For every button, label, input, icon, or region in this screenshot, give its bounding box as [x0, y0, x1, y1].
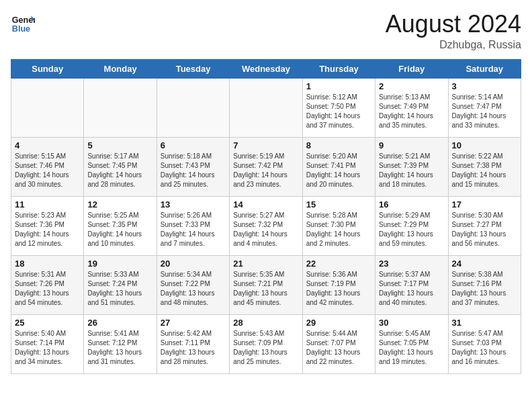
calendar-cell: 15Sunrise: 5:28 AM Sunset: 7:30 PM Dayli… [302, 196, 375, 255]
cell-info: Sunrise: 5:22 AM Sunset: 7:38 PM Dayligh… [452, 152, 517, 189]
calendar-cell: 13Sunrise: 5:26 AM Sunset: 7:33 PM Dayli… [157, 196, 229, 255]
day-number: 9 [379, 140, 444, 150]
calendar-cell: 2Sunrise: 5:13 AM Sunset: 7:49 PM Daylig… [375, 78, 448, 137]
cell-info: Sunrise: 5:20 AM Sunset: 7:41 PM Dayligh… [306, 152, 371, 189]
cell-info: Sunrise: 5:15 AM Sunset: 7:46 PM Dayligh… [15, 152, 80, 189]
day-number: 6 [161, 140, 226, 150]
cell-info: Sunrise: 5:42 AM Sunset: 7:11 PM Dayligh… [161, 329, 226, 367]
calendar-cell: 19Sunrise: 5:33 AM Sunset: 7:24 PM Dayli… [84, 255, 157, 314]
calendar-week-row-1: 1Sunrise: 5:12 AM Sunset: 7:50 PM Daylig… [11, 78, 521, 137]
cell-info: Sunrise: 5:18 AM Sunset: 7:43 PM Dayligh… [161, 152, 226, 189]
day-number: 13 [161, 199, 226, 210]
calendar-week-row-4: 18Sunrise: 5:31 AM Sunset: 7:26 PM Dayli… [11, 255, 521, 314]
calendar-cell: 17Sunrise: 5:30 AM Sunset: 7:27 PM Dayli… [448, 196, 521, 255]
calendar-table: SundayMondayTuesdayWednesdayThursdayFrid… [11, 59, 521, 374]
calendar-cell: 18Sunrise: 5:31 AM Sunset: 7:26 PM Dayli… [11, 255, 84, 314]
calendar-cell [230, 78, 302, 137]
calendar-cell: 7Sunrise: 5:19 AM Sunset: 7:42 PM Daylig… [230, 137, 302, 196]
cell-info: Sunrise: 5:38 AM Sunset: 7:16 PM Dayligh… [452, 270, 517, 308]
day-number: 27 [161, 318, 226, 328]
logo-icon: General Blue [11, 11, 35, 35]
calendar-title: August 2024 [386, 11, 521, 38]
day-number: 11 [15, 199, 80, 210]
calendar-cell: 4Sunrise: 5:15 AM Sunset: 7:46 PM Daylig… [11, 137, 84, 196]
weekday-header-row: SundayMondayTuesdayWednesdayThursdayFrid… [11, 59, 521, 78]
day-number: 29 [306, 318, 371, 328]
day-number: 31 [452, 318, 517, 328]
cell-info: Sunrise: 5:35 AM Sunset: 7:21 PM Dayligh… [233, 270, 298, 308]
day-number: 3 [452, 81, 517, 91]
cell-info: Sunrise: 5:13 AM Sunset: 7:49 PM Dayligh… [379, 93, 444, 130]
cell-info: Sunrise: 5:29 AM Sunset: 7:29 PM Dayligh… [379, 211, 444, 248]
calendar-cell: 31Sunrise: 5:47 AM Sunset: 7:03 PM Dayli… [448, 314, 521, 373]
day-number: 14 [233, 199, 298, 210]
calendar-cell: 26Sunrise: 5:41 AM Sunset: 7:12 PM Dayli… [84, 314, 157, 373]
calendar-cell: 28Sunrise: 5:43 AM Sunset: 7:09 PM Dayli… [230, 314, 302, 373]
calendar-cell: 11Sunrise: 5:23 AM Sunset: 7:36 PM Dayli… [11, 196, 84, 255]
calendar-week-row-5: 25Sunrise: 5:40 AM Sunset: 7:14 PM Dayli… [11, 314, 521, 373]
day-number: 10 [452, 140, 517, 150]
cell-info: Sunrise: 5:36 AM Sunset: 7:19 PM Dayligh… [306, 270, 371, 308]
day-number: 17 [452, 199, 517, 210]
day-number: 19 [87, 259, 152, 269]
day-number: 20 [161, 259, 226, 269]
page-header: General Blue August 2024 Dzhubga, Russia [11, 11, 521, 51]
day-number: 18 [15, 259, 80, 269]
cell-info: Sunrise: 5:23 AM Sunset: 7:36 PM Dayligh… [15, 211, 80, 248]
cell-info: Sunrise: 5:34 AM Sunset: 7:22 PM Dayligh… [161, 270, 226, 308]
calendar-cell: 5Sunrise: 5:17 AM Sunset: 7:45 PM Daylig… [84, 137, 157, 196]
weekday-header-thursday: Thursday [302, 59, 375, 78]
cell-info: Sunrise: 5:37 AM Sunset: 7:17 PM Dayligh… [379, 270, 444, 308]
svg-text:Blue: Blue [12, 24, 30, 34]
calendar-cell: 10Sunrise: 5:22 AM Sunset: 7:38 PM Dayli… [448, 137, 521, 196]
calendar-cell: 24Sunrise: 5:38 AM Sunset: 7:16 PM Dayli… [448, 255, 521, 314]
logo: General Blue [11, 11, 35, 35]
day-number: 5 [87, 140, 152, 150]
calendar-cell: 21Sunrise: 5:35 AM Sunset: 7:21 PM Dayli… [230, 255, 302, 314]
day-number: 26 [87, 318, 152, 328]
day-number: 23 [379, 259, 444, 269]
weekday-header-wednesday: Wednesday [230, 59, 302, 78]
cell-info: Sunrise: 5:19 AM Sunset: 7:42 PM Dayligh… [233, 152, 298, 189]
calendar-cell: 29Sunrise: 5:44 AM Sunset: 7:07 PM Dayli… [302, 314, 375, 373]
cell-info: Sunrise: 5:44 AM Sunset: 7:07 PM Dayligh… [306, 329, 371, 367]
day-number: 15 [306, 199, 371, 210]
cell-info: Sunrise: 5:43 AM Sunset: 7:09 PM Dayligh… [233, 329, 298, 367]
calendar-cell [157, 78, 229, 137]
calendar-cell: 6Sunrise: 5:18 AM Sunset: 7:43 PM Daylig… [157, 137, 229, 196]
calendar-cell [84, 78, 157, 137]
calendar-cell: 1Sunrise: 5:12 AM Sunset: 7:50 PM Daylig… [302, 78, 375, 137]
calendar-cell: 22Sunrise: 5:36 AM Sunset: 7:19 PM Dayli… [302, 255, 375, 314]
calendar-week-row-3: 11Sunrise: 5:23 AM Sunset: 7:36 PM Dayli… [11, 196, 521, 255]
day-number: 28 [233, 318, 298, 328]
day-number: 30 [379, 318, 444, 328]
calendar-cell: 12Sunrise: 5:25 AM Sunset: 7:35 PM Dayli… [84, 196, 157, 255]
weekday-header-saturday: Saturday [448, 59, 521, 78]
day-number: 1 [306, 81, 371, 91]
cell-info: Sunrise: 5:30 AM Sunset: 7:27 PM Dayligh… [452, 211, 517, 248]
cell-info: Sunrise: 5:31 AM Sunset: 7:26 PM Dayligh… [15, 270, 80, 308]
day-number: 7 [233, 140, 298, 150]
title-block: August 2024 Dzhubga, Russia [386, 11, 521, 51]
calendar-cell [11, 78, 84, 137]
cell-info: Sunrise: 5:14 AM Sunset: 7:47 PM Dayligh… [452, 93, 517, 130]
day-number: 4 [15, 140, 80, 150]
cell-info: Sunrise: 5:12 AM Sunset: 7:50 PM Dayligh… [306, 93, 371, 130]
day-number: 22 [306, 259, 371, 269]
weekday-header-friday: Friday [375, 59, 448, 78]
day-number: 25 [15, 318, 80, 328]
calendar-week-row-2: 4Sunrise: 5:15 AM Sunset: 7:46 PM Daylig… [11, 137, 521, 196]
day-number: 16 [379, 199, 444, 210]
calendar-cell: 27Sunrise: 5:42 AM Sunset: 7:11 PM Dayli… [157, 314, 229, 373]
calendar-cell: 20Sunrise: 5:34 AM Sunset: 7:22 PM Dayli… [157, 255, 229, 314]
calendar-cell: 16Sunrise: 5:29 AM Sunset: 7:29 PM Dayli… [375, 196, 448, 255]
cell-info: Sunrise: 5:33 AM Sunset: 7:24 PM Dayligh… [87, 270, 152, 308]
cell-info: Sunrise: 5:27 AM Sunset: 7:32 PM Dayligh… [233, 211, 298, 248]
weekday-header-monday: Monday [84, 59, 157, 78]
calendar-cell: 9Sunrise: 5:21 AM Sunset: 7:39 PM Daylig… [375, 137, 448, 196]
cell-info: Sunrise: 5:40 AM Sunset: 7:14 PM Dayligh… [15, 329, 80, 367]
day-number: 12 [87, 199, 152, 210]
calendar-cell: 30Sunrise: 5:45 AM Sunset: 7:05 PM Dayli… [375, 314, 448, 373]
calendar-cell: 3Sunrise: 5:14 AM Sunset: 7:47 PM Daylig… [448, 78, 521, 137]
cell-info: Sunrise: 5:45 AM Sunset: 7:05 PM Dayligh… [379, 329, 444, 367]
